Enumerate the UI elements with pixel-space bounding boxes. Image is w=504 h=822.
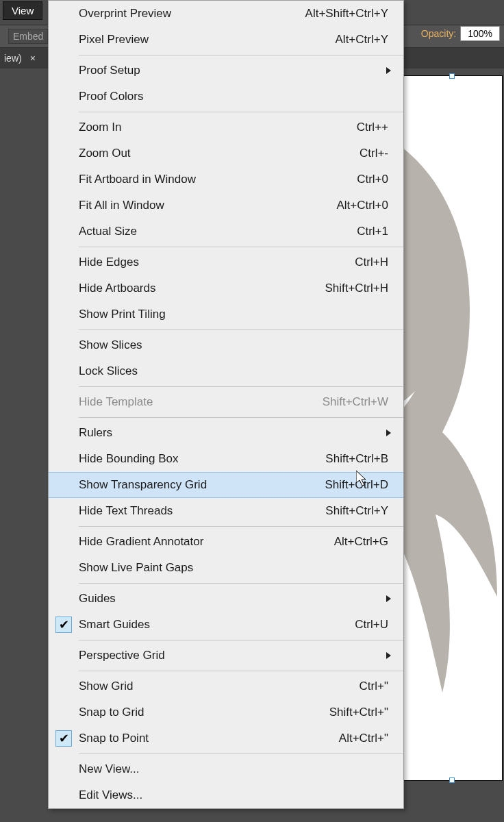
menu-item-label: Actual Size [79,225,357,238]
menu-item-shortcut: Ctrl++ [357,121,392,134]
menu-separator [79,754,403,754]
menu-separator [79,112,403,112]
menu-item-edit-views[interactable]: Edit Views... [49,782,403,808]
menu-item-shortcut: Shift+Ctrl+H [325,282,392,295]
menu-item-label: Overprint Preview [79,7,305,21]
menu-item-shortcut: Alt+Ctrl+" [339,732,392,745]
menu-item-label: Guides [79,592,386,606]
menu-item-guides[interactable]: Guides [49,586,403,612]
menu-item-snap-to-grid[interactable]: Snap to GridShift+Ctrl+" [49,699,403,725]
menu-item-shortcut: Ctrl+" [360,680,392,693]
menu-item-fit-all-in-window[interactable]: Fit All in WindowAlt+Ctrl+0 [49,192,403,219]
menu-item-new-view[interactable]: New View... [49,756,403,782]
menu-item-shortcut: Alt+Ctrl+G [334,535,392,549]
menu-item-show-print-tiling[interactable]: Show Print Tiling [49,301,403,327]
menu-item-shortcut: Ctrl+U [355,618,392,632]
menu-item-label: Hide Artboards [79,282,325,295]
document-tab[interactable]: iew) [4,53,22,64]
menu-separator [79,671,403,671]
menu-item-actual-size[interactable]: Actual SizeCtrl+1 [49,219,403,245]
menu-item-pixel-preview[interactable]: Pixel PreviewAlt+Ctrl+Y [49,27,403,53]
menu-item-hide-template: Hide TemplateShift+Ctrl+W [49,389,403,415]
submenu-arrow-icon [386,595,391,602]
menu-item-proof-setup[interactable]: Proof Setup [49,58,403,84]
menu-item-shortcut: Alt+Shift+Ctrl+Y [305,7,392,21]
menu-item-show-transparency-grid[interactable]: Show Transparency GridShift+Ctrl+D [49,472,403,498]
menu-item-label: Hide Edges [79,256,355,269]
menu-separator [79,329,403,330]
menu-item-shortcut: Ctrl+1 [357,225,392,238]
menu-item-label: Show Print Tiling [79,308,392,321]
menu-item-show-live-paint-gaps[interactable]: Show Live Paint Gaps [49,555,403,581]
menu-item-shortcut: Ctrl+- [360,147,392,160]
menu-item-label: New View... [79,762,392,776]
menu-item-label: Fit All in Window [79,199,336,212]
menu-separator [79,583,403,584]
menu-item-label: Hide Text Threads [79,504,325,518]
selection-handle[interactable] [449,777,455,783]
menu-item-hide-bounding-box[interactable]: Hide Bounding BoxShift+Ctrl+B [49,446,403,472]
submenu-arrow-icon [386,652,391,659]
menu-item-label: Fit Artboard in Window [79,173,357,186]
submenu-arrow-icon [386,67,391,74]
menu-separator [79,247,403,247]
menu-separator [79,417,403,418]
menu-item-rulers[interactable]: Rulers [49,420,403,446]
menu-separator [79,55,403,55]
menu-item-perspective-grid[interactable]: Perspective Grid [49,643,403,669]
menu-item-hide-edges[interactable]: Hide EdgesCtrl+H [49,249,403,275]
menu-item-label: Pixel Preview [79,33,336,47]
menu-item-shortcut: Shift+Ctrl+B [325,452,392,466]
menu-item-label: Hide Gradient Annotator [79,535,334,549]
menu-item-label: Snap to Point [79,732,339,745]
tab-close-icon[interactable]: × [30,53,36,64]
menu-item-label: Show Grid [79,680,360,693]
menu-item-lock-slices[interactable]: Lock Slices [49,358,403,384]
menu-item-label: Edit Views... [79,788,392,802]
menu-separator [79,526,403,527]
menu-check-column: ✔ [49,730,79,747]
opacity-value-input[interactable]: 100% [460,26,500,41]
artboard[interactable] [401,75,503,781]
menu-item-shortcut: Ctrl+H [355,256,392,269]
menu-item-label: Show Transparency Grid [79,478,325,492]
menu-item-smart-guides[interactable]: ✔Smart GuidesCtrl+U [49,612,403,638]
embed-button[interactable]: Embed [8,29,48,44]
menu-item-label: Hide Bounding Box [79,452,325,466]
menu-item-shortcut: Shift+Ctrl+Y [325,504,392,518]
menu-item-label: Snap to Grid [79,706,329,719]
menu-item-label: Show Live Paint Gaps [79,561,392,575]
menu-item-snap-to-point[interactable]: ✔Snap to PointAlt+Ctrl+" [49,725,403,751]
menu-item-shortcut: Shift+Ctrl+" [329,706,392,719]
menu-item-label: Zoom In [79,121,357,134]
selection-handle[interactable] [449,73,455,79]
menu-item-proof-colors[interactable]: Proof Colors [49,84,403,110]
menu-item-show-grid[interactable]: Show GridCtrl+" [49,673,403,699]
menu-item-hide-gradient-annotator[interactable]: Hide Gradient AnnotatorAlt+Ctrl+G [49,529,403,555]
menu-item-overprint-preview[interactable]: Overprint PreviewAlt+Shift+Ctrl+Y [49,1,403,27]
menu-item-shortcut: Shift+Ctrl+D [325,478,392,492]
menu-separator [79,386,403,387]
checkmark-icon: ✔ [55,616,72,633]
checkmark-icon: ✔ [55,730,72,747]
menu-item-label: Hide Template [79,395,323,409]
menu-view[interactable]: View [3,1,42,20]
menu-item-label: Proof Colors [79,90,392,103]
opacity-label: Opacity: [421,28,456,39]
menu-item-fit-artboard-in-window[interactable]: Fit Artboard in WindowCtrl+0 [49,166,403,192]
menu-item-show-slices[interactable]: Show Slices [49,332,403,358]
menu-item-hide-text-threads[interactable]: Hide Text ThreadsShift+Ctrl+Y [49,498,403,524]
menu-item-zoom-in[interactable]: Zoom InCtrl++ [49,114,403,140]
menu-item-zoom-out[interactable]: Zoom OutCtrl+- [49,140,403,166]
menu-check-column: ✔ [49,616,79,633]
menu-item-label: Show Slices [79,338,392,352]
menu-item-label: Rulers [79,426,386,440]
submenu-arrow-icon [386,429,391,436]
menu-item-label: Smart Guides [79,618,355,632]
menu-item-shortcut: Alt+Ctrl+0 [336,199,392,212]
menubar: View [0,0,45,21]
menu-separator [79,640,403,640]
menu-item-hide-artboards[interactable]: Hide ArtboardsShift+Ctrl+H [49,275,403,301]
menu-item-label: Lock Slices [79,364,392,378]
view-menu-dropdown: Overprint PreviewAlt+Shift+Ctrl+YPixel P… [48,0,404,809]
